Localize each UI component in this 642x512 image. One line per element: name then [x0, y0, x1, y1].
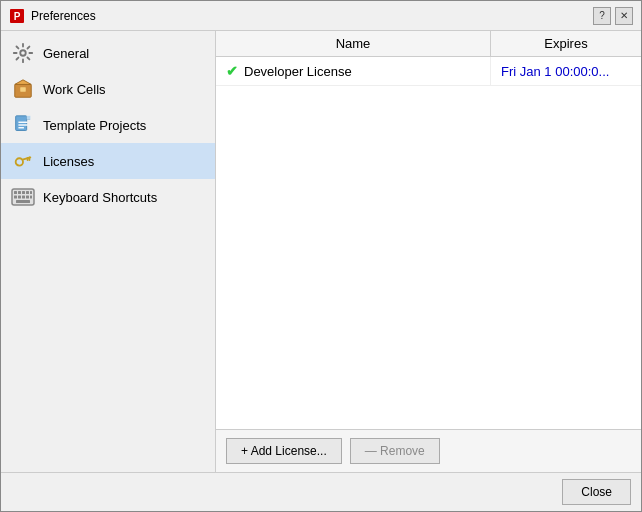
help-button[interactable]: ? — [593, 7, 611, 25]
cell-license-name: ✔ Developer License — [216, 57, 491, 85]
svg-point-2 — [20, 50, 26, 56]
main-panel: Name Expires ✔ Developer License Fri Jan… — [216, 31, 641, 472]
sidebar-item-work-cells-label: Work Cells — [43, 82, 106, 97]
sidebar-item-template-projects-label: Template Projects — [43, 118, 146, 133]
preferences-icon: P — [9, 8, 25, 24]
sidebar-item-licenses-label: Licenses — [43, 154, 94, 169]
svg-rect-27 — [16, 200, 30, 203]
keyboard-icon — [11, 185, 35, 209]
svg-rect-23 — [18, 196, 21, 199]
box-icon — [11, 77, 35, 101]
gear-icon — [11, 41, 35, 65]
title-bar-controls: ? ✕ — [593, 7, 633, 25]
table-body: ✔ Developer License Fri Jan 1 00:00:0... — [216, 57, 641, 429]
svg-rect-22 — [14, 196, 17, 199]
sidebar-item-licenses[interactable]: Licenses — [1, 143, 215, 179]
table-row[interactable]: ✔ Developer License Fri Jan 1 00:00:0... — [216, 57, 641, 86]
cell-expires: Fri Jan 1 00:00:0... — [491, 58, 641, 85]
sidebar-item-keyboard-shortcuts-label: Keyboard Shortcuts — [43, 190, 157, 205]
remove-button[interactable]: — Remove — [350, 438, 440, 464]
sidebar: General Work Cells — [1, 31, 216, 472]
table-area: Name Expires ✔ Developer License Fri Jan… — [216, 31, 641, 429]
svg-rect-17 — [14, 191, 17, 194]
dialog-title: Preferences — [31, 9, 96, 23]
svg-rect-25 — [26, 196, 29, 199]
svg-rect-26 — [30, 196, 32, 199]
title-bar: P Preferences ? ✕ — [1, 1, 641, 31]
svg-marker-4 — [15, 80, 32, 85]
sidebar-item-keyboard-shortcuts[interactable]: Keyboard Shortcuts — [1, 179, 215, 215]
sidebar-item-template-projects[interactable]: Template Projects — [1, 107, 215, 143]
svg-rect-5 — [20, 87, 26, 92]
content-area: General Work Cells — [1, 31, 641, 472]
doc-icon — [11, 113, 35, 137]
svg-text:P: P — [14, 11, 21, 22]
svg-rect-20 — [26, 191, 29, 194]
footer-bar: Close — [1, 472, 641, 511]
table-header: Name Expires — [216, 31, 641, 57]
sidebar-item-work-cells[interactable]: Work Cells — [1, 71, 215, 107]
close-title-button[interactable]: ✕ — [615, 7, 633, 25]
svg-rect-24 — [22, 196, 25, 199]
close-button[interactable]: Close — [562, 479, 631, 505]
svg-rect-21 — [30, 191, 32, 194]
title-bar-left: P Preferences — [9, 8, 96, 24]
column-name-header: Name — [216, 31, 491, 56]
svg-rect-18 — [18, 191, 21, 194]
add-license-button[interactable]: + Add License... — [226, 438, 342, 464]
preferences-dialog: P Preferences ? ✕ General — [0, 0, 642, 512]
key-icon — [11, 149, 35, 173]
sidebar-item-general[interactable]: General — [1, 35, 215, 71]
bottom-bar: + Add License... — Remove — [216, 429, 641, 472]
column-expires-header: Expires — [491, 31, 641, 56]
sidebar-item-general-label: General — [43, 46, 89, 61]
license-name-text: Developer License — [244, 64, 352, 79]
valid-check-icon: ✔ — [226, 63, 238, 79]
svg-rect-8 — [27, 116, 31, 120]
svg-rect-19 — [22, 191, 25, 194]
